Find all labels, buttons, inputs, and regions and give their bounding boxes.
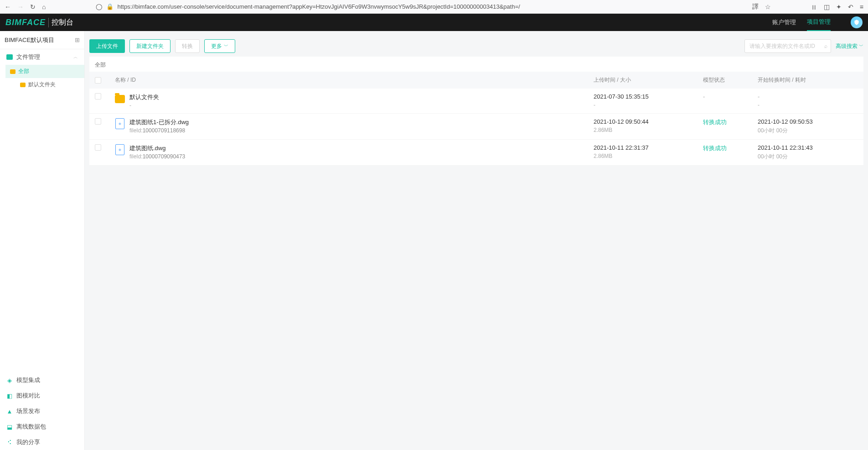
row-checkbox[interactable] — [95, 144, 101, 151]
sidebar: BIMFACE默认项目 ⊞ 文件管理 ︿ 全部 默认文件夹 — [0, 31, 85, 450]
sidebar-item-scene[interactable]: ▲ 场景发布 — [0, 403, 84, 419]
row-checkbox[interactable] — [95, 93, 101, 99]
file-size: - — [594, 102, 703, 108]
upload-time: 2021-10-12 09:50:44 — [594, 118, 703, 125]
chevron-down-icon: ﹀ — [224, 43, 228, 49]
project-name: BIMFACE默认项目 — [5, 36, 54, 44]
dwg-file-icon — [115, 144, 124, 155]
package-icon: ⬓ — [6, 424, 13, 430]
main-content: 上传文件 新建文件夹 转换 更多 ﹀ ⌕ 高级搜索 ﹀ 全部 — [85, 31, 868, 450]
search-input[interactable] — [744, 39, 831, 53]
dwg-file-icon — [115, 118, 124, 129]
nav-back-icon[interactable]: ← — [5, 3, 11, 10]
tree-item-default[interactable]: 默认文件夹 — [16, 78, 84, 91]
folder-icon — [115, 95, 125, 103]
duration: 00小时 00分 — [758, 127, 858, 135]
upload-time: 2021-10-11 22:31:37 — [594, 144, 703, 151]
start-time: - — [758, 93, 858, 100]
cube-icon: ◈ — [6, 377, 13, 383]
th-status[interactable]: 模型状态 — [703, 76, 758, 84]
file-size: 2.86MB — [594, 153, 703, 159]
sidebar-item-compare[interactable]: ◧ 图模对比 — [0, 388, 84, 403]
file-id: fileId:10000709118698 — [129, 127, 189, 134]
search-icon[interactable]: ⌕ — [824, 43, 827, 49]
app-header: BIMFACE 控制台 账户管理 项目管理 — [0, 14, 868, 31]
file-id: fileId:10000709090473 — [129, 153, 185, 160]
breadcrumb[interactable]: 全部 — [89, 57, 863, 72]
more-label: 更多 — [211, 42, 222, 50]
nav-reload-icon[interactable]: ↻ — [30, 3, 36, 10]
convert-button: 转换 — [175, 39, 200, 53]
sidebar-item-label: 模型集成 — [16, 376, 40, 384]
nav-account[interactable]: 账户管理 — [772, 14, 796, 31]
start-time: 2021-10-12 09:50:53 — [758, 118, 858, 125]
sidebar-item-model-integrate[interactable]: ◈ 模型集成 — [0, 372, 84, 388]
browser-chrome: ← → ↻ ⌂ ◯ 🔒 https://bimface.com/user-con… — [0, 0, 868, 14]
upload-time: 2021-07-30 15:35:15 — [594, 93, 703, 100]
share-icon: ⠪ — [6, 439, 13, 445]
url-bar[interactable]: ◯ 🔒 https://bimface.com/user-console/ser… — [96, 3, 702, 10]
select-all-checkbox[interactable] — [95, 77, 101, 84]
shield-icon[interactable]: ◯ — [96, 3, 103, 10]
tree-label: 默认文件夹 — [28, 81, 56, 89]
folder-icon — [20, 83, 26, 87]
nav-forward-icon[interactable]: → — [17, 3, 24, 10]
upload-button[interactable]: 上传文件 — [89, 39, 125, 53]
file-name[interactable]: 建筑图纸.dwg — [129, 144, 185, 152]
table-row[interactable]: 默认文件夹 - 2021-07-30 15:35:15 - - - - — [89, 89, 863, 114]
logo-main: BIMFACE — [5, 18, 46, 27]
row-checkbox[interactable] — [95, 118, 101, 125]
menu-icon[interactable]: ≡ — [860, 3, 863, 10]
library-icon[interactable]: ⫼ — [811, 3, 817, 10]
file-table: 名称 / ID 上传时间 / 大小 模型状态 开始转换时间 / 耗时 默认文件夹… — [89, 72, 863, 166]
th-upload[interactable]: 上传时间 / 大小 — [594, 76, 703, 84]
reader-icon[interactable]: 譯 — [752, 3, 759, 11]
status: 转换成功 — [703, 119, 727, 126]
sidebar-item-label: 离线数据包 — [16, 423, 46, 431]
advanced-search-link[interactable]: 高级搜索 ﹀ — [836, 42, 863, 50]
sidebar-item-label: 文件管理 — [16, 53, 40, 61]
star-icon[interactable]: ☆ — [765, 3, 771, 10]
logo[interactable]: BIMFACE 控制台 — [5, 18, 73, 27]
folder-icon — [10, 69, 16, 74]
file-name[interactable]: 默认文件夹 — [129, 93, 159, 101]
sidebar-item-label: 图模对比 — [16, 392, 40, 400]
chevron-down-icon: ﹀ — [859, 43, 863, 49]
table-header: 名称 / ID 上传时间 / 大小 模型状态 开始转换时间 / 耗时 — [89, 72, 863, 89]
sidebar-item-share[interactable]: ⠪ 我的分享 — [0, 434, 84, 450]
th-name[interactable]: 名称 / ID — [113, 76, 594, 84]
tree-item-all[interactable]: 全部 — [5, 65, 84, 78]
tree-label: 全部 — [18, 68, 29, 75]
logo-sub: 控制台 — [48, 18, 73, 27]
sidebar-item-label: 场景发布 — [16, 407, 40, 415]
sidebar-icon[interactable]: ◫ — [824, 3, 830, 10]
compare-icon: ◧ — [6, 392, 13, 399]
adv-search-label: 高级搜索 — [836, 42, 858, 50]
file-name[interactable]: 建筑图纸1-已拆分.dwg — [129, 118, 189, 126]
grid-icon[interactable]: ⊞ — [75, 37, 80, 43]
avatar[interactable] — [851, 16, 863, 28]
nav-project[interactable]: 项目管理 — [807, 14, 831, 31]
table-row[interactable]: 建筑图纸1-已拆分.dwg fileId:10000709118698 2021… — [89, 114, 863, 140]
start-time: 2021-10-11 22:31:43 — [758, 144, 858, 151]
sidebar-project-header[interactable]: BIMFACE默认项目 ⊞ — [0, 31, 84, 49]
th-start[interactable]: 开始转换时间 / 耗时 — [758, 76, 858, 84]
new-folder-button[interactable]: 新建文件夹 — [129, 39, 170, 53]
lock-icon: 🔒 — [106, 3, 114, 10]
more-button[interactable]: 更多 ﹀ — [204, 39, 235, 53]
url-text: https://bimface.com/user-console/service… — [117, 3, 520, 10]
undo-icon[interactable]: ↶ — [848, 3, 853, 10]
table-row[interactable]: 建筑图纸.dwg fileId:10000709090473 2021-10-1… — [89, 140, 863, 166]
sidebar-item-offline[interactable]: ⬓ 离线数据包 — [0, 419, 84, 434]
status: - — [703, 93, 705, 100]
chevron-up-icon: ︿ — [73, 54, 78, 60]
folder-icon — [6, 54, 13, 60]
extension-icon[interactable]: ✦ — [836, 3, 842, 10]
file-id: - — [129, 102, 159, 109]
toolbar: 上传文件 新建文件夹 转换 更多 ﹀ ⌕ 高级搜索 ﹀ — [89, 36, 863, 57]
duration: - — [758, 102, 858, 108]
sidebar-item-label: 我的分享 — [16, 438, 40, 446]
nav-home-icon[interactable]: ⌂ — [42, 3, 46, 10]
duration: 00小时 00分 — [758, 153, 858, 161]
sidebar-item-file-mgmt[interactable]: 文件管理 ︿ — [0, 49, 84, 65]
